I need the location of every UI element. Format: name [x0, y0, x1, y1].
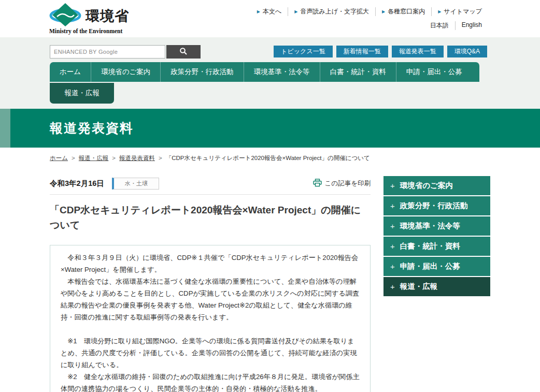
- plus-icon: +: [390, 201, 395, 210]
- search-button[interactable]: [166, 45, 201, 59]
- plus-icon: +: [390, 181, 395, 190]
- plus-icon: +: [390, 242, 395, 251]
- breadcrumb-separator: >: [72, 155, 75, 161]
- article-date: 令和3年2月16日: [50, 179, 104, 188]
- sidebar-menu: +環境省のご案内 +政策分野・行政活動 +環境基準・法令等 +白書・統計・資料 …: [383, 176, 490, 297]
- article-meta-row: 令和3年2月16日 水・土壌 この記事を印刷: [50, 178, 371, 195]
- link-to-main-content[interactable]: ▶本文へ: [251, 7, 288, 16]
- sidebar-item-applications[interactable]: +申請・届出・公募: [383, 257, 490, 276]
- article-body: 令和３年３月９日（火）に環境省、CDP※１共催で「CDP水セキュリティレポート2…: [50, 245, 371, 392]
- arrow-icon: ▶: [294, 9, 297, 14]
- quick-link-buttons: トピックス一覧 新着情報一覧 報道発表一覧 環境Q&A: [274, 46, 487, 57]
- plus-icon: +: [390, 282, 395, 291]
- sidebar-item-whitepapers-statistics[interactable]: +白書・統計・資料: [383, 237, 490, 256]
- arrow-icon: ▶: [438, 9, 441, 14]
- page-title-band: 報道発表資料: [0, 109, 540, 148]
- plus-icon: +: [390, 262, 395, 271]
- content-area: ホーム>報道・広報>報道発表資料>「CDP水セキュリティレポート2020報告会×…: [0, 148, 540, 392]
- global-nav: ホーム 環境省のご案内 政策分野・行政活動 環境基準・法令等 白書・統計・資料 …: [50, 62, 479, 82]
- sidebar-item-about-ministry[interactable]: +環境省のご案内: [383, 176, 490, 195]
- nav-item-standards-laws[interactable]: 環境基準・法令等: [244, 62, 320, 82]
- site-search: [50, 45, 201, 59]
- link-sitemap[interactable]: ▶サイトマップ: [431, 7, 488, 16]
- article: 令和3年2月16日 水・土壌 この記事を印刷 「CDP水セキュリティレポート20…: [50, 178, 371, 392]
- breadcrumb-press-releases[interactable]: 報道発表資料: [119, 155, 155, 161]
- search-icon: [179, 47, 188, 57]
- environment-qa-button[interactable]: 環境Q&A: [447, 46, 487, 57]
- article-footnote-2: ※2 健全な水循環の維持・回復のための取組推進に向け平成26年８月に発足。環境省…: [61, 371, 360, 392]
- title-band-accent-strip: [0, 109, 10, 148]
- lang-japanese[interactable]: 日本語: [424, 21, 455, 30]
- nav-item-press-pr-active[interactable]: 報道・広報: [50, 83, 114, 104]
- logo-title: 環境省: [86, 7, 129, 25]
- site-header: 環境省 Ministry of the Environment ▶本文へ ▶音声…: [0, 0, 540, 37]
- printer-icon: [313, 179, 322, 188]
- topics-list-button[interactable]: トピックス一覧: [274, 46, 332, 57]
- article-title: 「CDP水セキュリティレポート2020報告会×Water Project」の開催…: [50, 202, 371, 233]
- sidebar-item-policy-fields[interactable]: +政策分野・行政活動: [383, 196, 490, 215]
- breadcrumb-separator: >: [112, 155, 116, 161]
- breadcrumb-separator: >: [159, 155, 162, 161]
- ministry-logo-icon: [49, 3, 81, 29]
- plus-icon: +: [390, 222, 395, 230]
- arrow-icon: ▶: [382, 9, 385, 14]
- print-article-link[interactable]: この記事を印刷: [313, 179, 371, 188]
- search-input[interactable]: [50, 45, 165, 59]
- nav-item-policy-fields[interactable]: 政策分野・行政活動: [160, 62, 244, 82]
- nav-item-whitepapers-statistics[interactable]: 白書・統計・資料: [320, 62, 396, 82]
- link-contact-guide[interactable]: ▶各種窓口案内: [375, 7, 431, 16]
- breadcrumb-home[interactable]: ホーム: [50, 155, 68, 161]
- logo-subtitle: Ministry of the Environment: [49, 28, 129, 34]
- breadcrumb-press-pr[interactable]: 報道・広報: [79, 155, 109, 161]
- article-footnote-1: ※1 環境分野に取り組む国際NGO。企業等への環境に係る質問書送付及びその結果を…: [61, 335, 360, 371]
- language-switcher: 日本語 English: [424, 21, 488, 30]
- sidebar-item-standards-laws[interactable]: +環境基準・法令等: [383, 216, 490, 236]
- utility-links: ▶本文へ ▶音声読み上げ・文字拡大 ▶各種窓口案内 ▶サイトマップ: [251, 7, 488, 16]
- link-accessibility[interactable]: ▶音声読み上げ・文字拡大: [288, 7, 375, 16]
- category-tag: 水・土壌: [112, 178, 159, 190]
- nav-item-applications[interactable]: 申請・届出・公募: [396, 62, 472, 82]
- search-nav-band: トピックス一覧 新着情報一覧 報道発表一覧 環境Q&A ホーム 環境省のご案内 …: [0, 37, 540, 109]
- lang-english[interactable]: English: [455, 21, 488, 30]
- page-title: 報道発表資料: [50, 109, 540, 148]
- arrow-icon: ▶: [257, 9, 260, 14]
- ministry-logo[interactable]: 環境省 Ministry of the Environment: [49, 3, 129, 34]
- nav-item-home[interactable]: ホーム: [50, 62, 91, 82]
- breadcrumb-current-page: 「CDP水セキュリティレポート2020報告会×Water Project」の開催…: [166, 155, 370, 161]
- sidebar-item-press-pr-active[interactable]: +報道・広報: [383, 277, 490, 296]
- article-paragraph: 令和３年３月９日（火）に環境省、CDP※１共催で「CDP水セキュリティレポート2…: [61, 252, 360, 275]
- nav-item-about-ministry[interactable]: 環境省のご案内: [91, 62, 160, 82]
- whats-new-list-button[interactable]: 新着情報一覧: [336, 46, 388, 57]
- press-release-list-button[interactable]: 報道発表一覧: [392, 46, 444, 57]
- breadcrumb: ホーム>報道・広報>報道発表資料>「CDP水セキュリティレポート2020報告会×…: [50, 154, 490, 162]
- article-paragraph: 本報告会では、水循環基本法に基づく健全な水循環の重要性について、企業や自治体等の…: [61, 275, 360, 323]
